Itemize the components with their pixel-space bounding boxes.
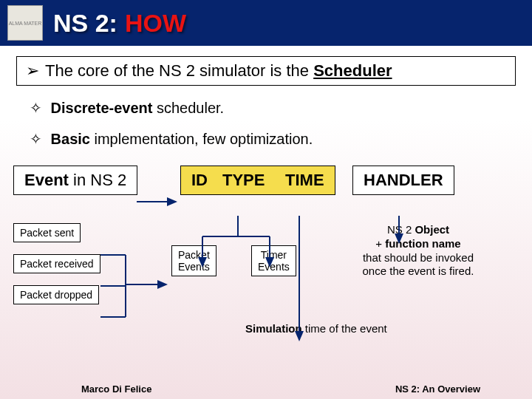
event-box-bold: Event: [24, 171, 69, 189]
chevron-right-icon: ➢: [26, 61, 39, 81]
field-type: TYPE: [212, 166, 276, 195]
field-handler: HANDLER: [352, 166, 454, 195]
slide-header: ALMA MATER NS 2: HOW: [0, 0, 532, 46]
sub-bullet-2: ✧ Basic implementation, few optimization…: [30, 130, 516, 148]
footer: Marco Di Felice NS 2: An Overview: [0, 383, 532, 395]
title-prefix: NS 2:: [53, 9, 117, 38]
main-bullet-bold: Scheduler: [313, 61, 392, 80]
event-box-rest: in NS 2: [69, 171, 126, 189]
footer-author: Marco Di Felice: [81, 383, 151, 395]
main-bullet-text: The core of the NS 2 simulator is the: [45, 61, 313, 80]
handler-note: NS 2 Object + function name that should …: [352, 223, 485, 279]
diagram-area: Event in NS 2 ID TYPE TIME HANDLER Packe…: [16, 166, 516, 358]
sub1-bold: Discrete-event: [51, 100, 153, 116]
field-time: TIME: [275, 166, 335, 195]
university-seal-icon: ALMA MATER: [7, 5, 43, 41]
packet-dropped-box: Packet dropped: [13, 285, 99, 304]
sub-bullet-1: ✧ Discrete-event scheduler.: [30, 99, 516, 117]
title-suffix: HOW: [125, 9, 186, 38]
field-id: ID: [180, 166, 216, 195]
packet-sent-box: Packet sent: [13, 223, 81, 242]
sub2-bold: Basic: [51, 131, 90, 147]
diamond-icon: ✧: [30, 131, 42, 147]
timer-events-box: Timer Events: [251, 245, 296, 276]
sub2-rest: implementation, few optimization.: [90, 131, 313, 147]
sub1-rest: scheduler.: [152, 100, 224, 116]
main-bullet: ➢ The core of the NS 2 simulator is the …: [16, 56, 516, 86]
packet-events-box: Packet Events: [171, 245, 216, 276]
packet-received-box: Packet received: [13, 254, 100, 273]
event-box: Event in NS 2: [13, 166, 137, 195]
diamond-icon: ✧: [30, 100, 42, 116]
time-note: Simulation time of the event: [245, 322, 387, 335]
footer-title: NS 2: An Overview: [395, 383, 480, 395]
